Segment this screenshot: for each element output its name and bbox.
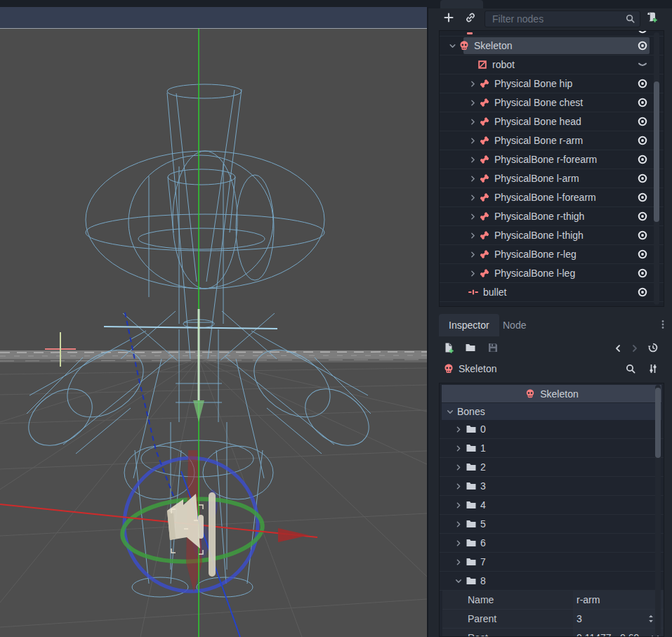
spatial-viewport[interactable] [0,0,428,637]
visibility-eye-icon[interactable] [637,173,648,184]
bone-folder-row[interactable]: 2 [440,458,664,477]
visibility-eye-icon[interactable] [637,97,648,108]
property-value[interactable]: 3 [573,610,664,628]
expand-arrow-icon[interactable] [453,558,464,567]
tree-row-physical-bone[interactable]: PhysicalBone r-leg [440,245,664,264]
property-value[interactable]: r-arm [573,591,664,609]
expand-arrow-icon[interactable] [453,425,464,434]
expand-arrow-icon[interactable] [468,250,477,259]
visibility-eye-icon[interactable] [637,154,648,165]
tree-item-label: PhysicalBone l-arm [494,173,579,184]
visibility-eye-icon[interactable] [637,230,648,241]
expand-arrow-icon[interactable] [468,231,477,240]
inspector-scrollbar[interactable] [655,385,661,635]
load-resource-folder-icon[interactable] [465,342,476,353]
tree-scrollbar[interactable] [654,32,659,305]
visibility-eye-icon[interactable] [637,211,648,222]
tree-row-bullet[interactable]: bullet [440,283,664,302]
bone-folder-row[interactable]: 3 [440,477,664,496]
tree-row-physical-bone[interactable]: PhysicalBone r-thigh [440,207,664,226]
collapse-arrow-icon[interactable] [446,406,455,417]
bone-folder-row[interactable]: 6 [440,534,664,553]
tree-row-physical-bone[interactable]: PhysicalBone l-arm [440,169,664,188]
tree-scrollbar-thumb[interactable] [654,81,659,222]
tree-row-physical-bone[interactable]: Physical Bone r-arm [440,131,664,150]
visibility-eye-icon[interactable] [637,192,648,203]
visibility-eye-icon[interactable] [637,135,648,146]
expand-arrow-icon[interactable] [453,520,464,529]
property-value[interactable]: 0.11477, -0.69 [573,629,664,637]
add-node-icon[interactable] [443,12,454,23]
expand-arrow-icon[interactable] [468,155,477,164]
tree-row-physical-bone[interactable]: PhysicalBone l-leg [440,264,664,283]
bone-icon [479,268,490,279]
visibility-eye-icon[interactable] [637,31,648,34]
tree-row-physical-bone[interactable]: PhysicalBone r-forearm [440,150,664,169]
tree-item-label: PhysicalBone l-forearm [494,192,596,203]
visibility-eye-icon[interactable] [637,249,648,260]
history-forward-icon[interactable] [629,343,640,354]
tree-row-physical-bone[interactable]: Physical Bone hip [440,74,664,93]
tree-row-animationplayer[interactable]: AnimationPlayer [440,302,664,307]
category-bones[interactable]: Bones [442,403,661,420]
expand-arrow-icon[interactable] [468,269,477,278]
tree-row-physical-bone[interactable]: Physical Bone chest [440,93,664,112]
expand-arrow-icon[interactable] [453,482,464,491]
search-icon [625,13,635,24]
collapse-arrow-icon[interactable] [454,575,463,586]
expand-arrow-icon[interactable] [453,501,464,510]
save-resource-icon[interactable] [487,342,499,353]
folder-icon [466,556,477,567]
tree-row-physical-bone[interactable]: Physical Bone head [440,112,664,131]
object-history-icon[interactable] [647,342,659,353]
tree-row-skeleton[interactable]: Skeleton [440,37,664,55]
bone-folder-row[interactable]: 7 [440,553,664,572]
history-back-icon[interactable] [612,343,624,354]
bone-index-label: 8 [480,575,486,586]
tab-node[interactable]: Node [493,314,536,336]
visibility-eye-icon[interactable] [637,40,648,51]
expand-arrow-icon[interactable] [468,117,477,126]
expand-arrow-icon[interactable] [468,212,477,221]
expand-arrow-icon[interactable] [468,98,477,107]
visibility-eye-icon[interactable] [637,268,648,279]
property-tools-icon[interactable] [647,363,659,374]
expand-arrow-icon[interactable] [453,539,464,548]
folder-icon [466,499,477,511]
visibility-eye-icon[interactable] [637,287,648,298]
bone-icon [479,135,490,146]
instance-scene-link-icon[interactable] [465,12,476,23]
attach-script-icon[interactable] [646,11,657,22]
godot-editor-window: Skeleton robot Physical Bone hip Physica… [0,0,672,637]
inspector-object-header: Skeleton [442,385,661,402]
tree-item-label: PhysicalBone l-leg [494,268,575,279]
collapse-arrow-icon[interactable] [448,41,457,51]
visibility-eye-icon[interactable] [637,78,648,89]
tree-row-physical-bone[interactable]: PhysicalBone l-forearm [440,188,664,207]
visibility-hidden-icon[interactable] [637,59,648,70]
bone-folder-row[interactable]: 0 [440,420,664,439]
expand-arrow-icon[interactable] [453,463,464,472]
viewport-3d-scene[interactable] [0,29,427,637]
expand-arrow-icon[interactable] [468,174,477,183]
inspector-search-icon[interactable] [625,363,636,374]
tree-row-robot[interactable]: robot [440,55,664,74]
bone-folder-row-expanded[interactable]: 8 [440,572,664,591]
expand-arrow-icon[interactable] [453,444,464,453]
bone-folder-row[interactable]: 1 [440,439,664,458]
expand-arrow-icon[interactable] [468,79,477,88]
tree-row-physical-bone[interactable]: PhysicalBone l-thigh [440,226,664,245]
dock-menu-dots-icon[interactable] [657,319,668,330]
visibility-eye-icon[interactable] [637,116,648,127]
filter-nodes-input[interactable] [485,11,640,27]
animation-film-icon [459,306,470,307]
inspector-scrollbar-thumb[interactable] [655,388,661,458]
bone-folder-row[interactable]: 5 [440,515,664,534]
bone-folder-row[interactable]: 4 [440,496,664,515]
tab-inspector[interactable]: Inspector [439,314,499,336]
expand-arrow-icon[interactable] [468,136,477,145]
dock-partial-tab[interactable] [440,0,483,8]
new-resource-icon[interactable] [443,342,454,353]
bone-index-label: 7 [480,556,486,567]
expand-arrow-icon[interactable] [468,193,477,202]
